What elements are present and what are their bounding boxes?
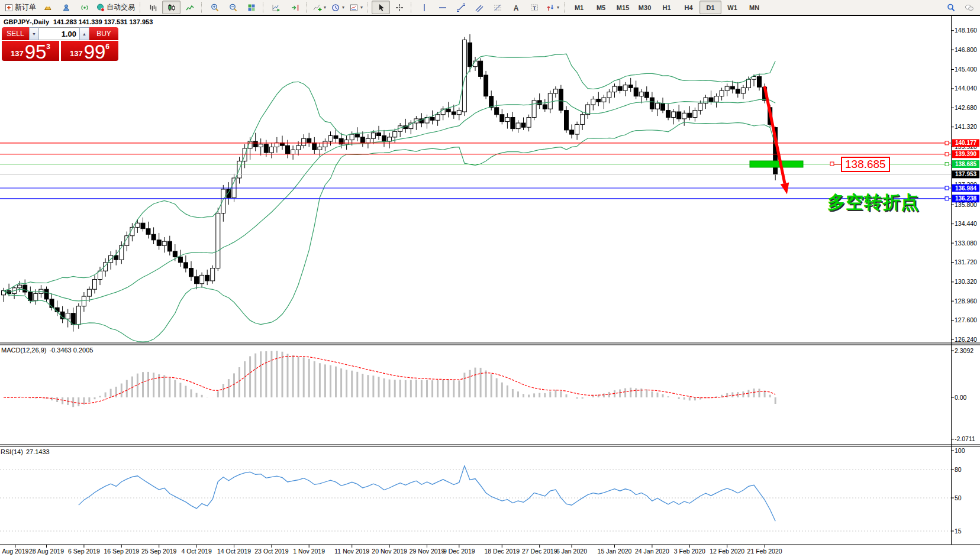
chart-bars-button[interactable] <box>144 1 162 14</box>
svg-text:133.080: 133.080 <box>955 239 977 247</box>
svg-text:146.800: 146.800 <box>955 46 977 53</box>
tf-h1-button-label: H1 <box>663 4 671 11</box>
tf-m30-button[interactable]: M30 <box>634 1 656 14</box>
chart-shift-button[interactable] <box>285 1 304 14</box>
buy-price-point: 6 <box>105 43 109 51</box>
channel-button[interactable] <box>470 1 488 14</box>
sell-price-big-figure: 137 <box>11 49 24 58</box>
svg-text:9 Dec 2019: 9 Dec 2019 <box>443 548 475 555</box>
price-level-tag[interactable]: 138.685 <box>841 157 890 172</box>
svg-text:T: T <box>533 5 536 11</box>
arrow-label-button[interactable]: A <box>507 1 525 14</box>
fibo-icon <box>493 3 502 12</box>
new-order-button[interactable]: 新订单 <box>2 1 38 14</box>
svg-text:-2.0711: -2.0711 <box>955 435 975 442</box>
zoomout-icon <box>228 3 238 12</box>
candlesticks <box>2 34 778 332</box>
svg-text:14 Oct 2019: 14 Oct 2019 <box>217 548 251 555</box>
atool-icon: A <box>511 3 521 12</box>
text-label-button[interactable]: T <box>525 1 543 14</box>
tile-windows-button[interactable] <box>242 1 260 14</box>
autotrading-button[interactable]: 自动交易 <box>94 1 137 14</box>
svg-text:100: 100 <box>955 447 965 454</box>
zoom-out-button[interactable] <box>224 1 242 14</box>
tf-d1-button[interactable]: D1 <box>699 1 721 14</box>
chart-candles-button[interactable] <box>162 1 180 14</box>
channel-icon <box>475 3 484 12</box>
svg-text:A: A <box>513 4 518 12</box>
macd-values: -0.3463 0.2005 <box>49 347 93 354</box>
tf-w1-button-label: W1 <box>727 4 737 11</box>
rsi-name: RSI(14) <box>1 448 23 455</box>
chart-canvas[interactable]: 148.160146.800145.400144.040142.680141.3… <box>0 15 980 560</box>
horizontal-line-button[interactable] <box>433 1 452 14</box>
bars-icon <box>149 3 158 12</box>
sell-price-button[interactable]: 137 95 3 <box>2 41 59 61</box>
pane-separators[interactable] <box>0 16 980 545</box>
svg-text:2.3092: 2.3092 <box>955 347 973 354</box>
horizontal-line-objects[interactable] <box>0 141 951 200</box>
ttool-icon: T <box>530 3 539 12</box>
svg-text:23 Oct 2019: 23 Oct 2019 <box>254 548 288 555</box>
tf-m5-button[interactable]: M5 <box>590 1 612 14</box>
autoscroll-icon <box>272 3 281 12</box>
fibonacci-button[interactable] <box>488 1 507 14</box>
svg-text:80: 80 <box>955 466 962 473</box>
tf-h1-button[interactable]: H1 <box>656 1 678 14</box>
tf-m1-button[interactable]: M1 <box>568 1 590 14</box>
svg-text:1 Nov 2019: 1 Nov 2019 <box>293 548 325 555</box>
svg-text:126.240: 126.240 <box>955 336 977 343</box>
auto-scroll-button[interactable] <box>267 1 285 14</box>
support-zone-bar[interactable] <box>750 161 803 167</box>
date-axis[interactable]: Aug 201928 Aug 20196 Sep 201916 Sep 2019… <box>2 545 782 555</box>
svg-text:0.00: 0.00 <box>955 394 967 401</box>
template-icon <box>349 3 359 12</box>
volume-increase-button[interactable]: ▲ <box>79 27 89 40</box>
buy-price-big-figure: 137 <box>70 49 83 58</box>
signals-button[interactable] <box>75 1 94 14</box>
periods-button[interactable]: ▾ <box>328 1 347 14</box>
pivot-annotation-text[interactable]: 多空转折点 <box>827 190 919 215</box>
toolbar-separator <box>306 2 308 13</box>
cursor-button[interactable] <box>372 1 390 14</box>
templates-button[interactable]: ▾ <box>347 1 365 14</box>
chat-icon <box>965 3 974 12</box>
autotrading-button-label: 自动交易 <box>107 2 135 12</box>
trend-arrow[interactable] <box>765 86 789 195</box>
buy-price-button[interactable]: 137 99 6 <box>61 41 118 61</box>
price-axis[interactable]: 148.160146.800145.400144.040142.680141.3… <box>951 15 977 545</box>
chat-button[interactable] <box>960 1 978 14</box>
tf-m5-button-label: M5 <box>597 4 605 11</box>
buy-button[interactable]: BUY <box>89 27 118 40</box>
volume-decrease-button[interactable]: ▼ <box>29 27 39 40</box>
svg-text:144.040: 144.040 <box>955 85 977 92</box>
zoom-in-button[interactable] <box>205 1 224 14</box>
sell-button[interactable]: SELL <box>2 27 29 40</box>
sell-price-point: 3 <box>46 43 50 51</box>
tf-mn-button[interactable]: MN <box>743 1 765 14</box>
shapes-icon <box>546 3 555 12</box>
shapes-button[interactable]: ▾ <box>543 1 562 14</box>
crosshair-button[interactable] <box>390 1 408 14</box>
tf-m15-button[interactable]: M15 <box>612 1 634 14</box>
indicators-button[interactable]: ▾ <box>310 1 328 14</box>
trendline-icon <box>456 3 466 12</box>
chart-line-button[interactable] <box>180 1 199 14</box>
toolbar-separator <box>201 2 203 13</box>
vertical-line-button[interactable] <box>415 1 433 14</box>
tf-h4-button[interactable]: H4 <box>678 1 699 14</box>
svg-text:24 Jan 2020: 24 Jan 2020 <box>635 548 669 555</box>
tf-h4-button-label: H4 <box>685 4 693 11</box>
profiles-button[interactable] <box>57 1 75 14</box>
signal-icon <box>80 3 89 12</box>
one-click-trading-panel: SELL ▼ ▲ BUY 137 95 3 137 99 6 <box>2 27 118 61</box>
trendline-button[interactable] <box>452 1 470 14</box>
search-button[interactable] <box>942 1 960 14</box>
gold-chart-button[interactable] <box>38 1 57 14</box>
svg-text:128.960: 128.960 <box>955 297 977 305</box>
new-order-button-label: 新订单 <box>15 2 36 12</box>
volume-input[interactable] <box>39 27 79 40</box>
svg-text:15 Jan 2020: 15 Jan 2020 <box>598 548 632 555</box>
svg-text:4 Oct 2019: 4 Oct 2019 <box>181 548 212 555</box>
tf-w1-button[interactable]: W1 <box>721 1 743 14</box>
